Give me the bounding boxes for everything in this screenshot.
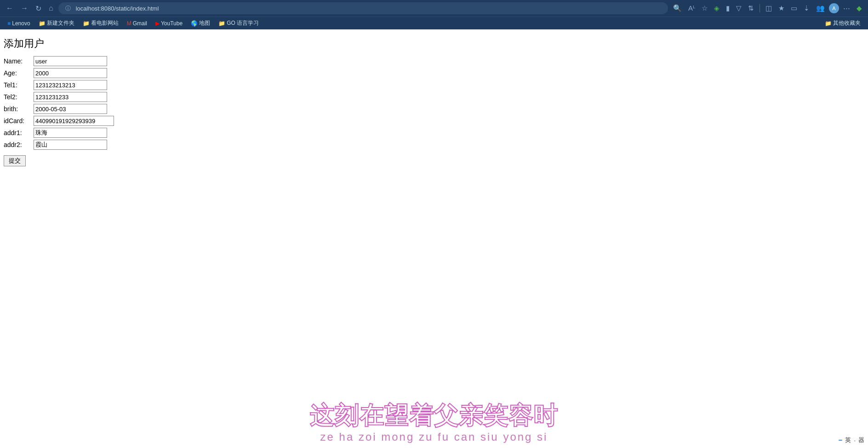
name-label: Name: (4, 57, 34, 65)
addr2-input[interactable] (34, 140, 107, 150)
menu2-icon[interactable]: ▽ (734, 3, 744, 14)
video-icon[interactable]: ▮ (724, 3, 732, 14)
form-row-tel1: Tel1: (4, 80, 864, 90)
form-row-submit: 提交 (4, 152, 864, 166)
bookmark-maps-label: 地图 (199, 19, 210, 27)
bookmark-go[interactable]: 📁 GO 语言学习 (215, 18, 263, 28)
bookmark-other-label: 其他收藏夹 (833, 19, 861, 27)
extension-icon[interactable]: ◆ (854, 3, 864, 14)
bookmark-new-folder[interactable]: 📁 新建文件夹 (35, 18, 78, 28)
form-row-tel2: Tel2: (4, 92, 864, 102)
age-input[interactable] (34, 68, 107, 78)
maps-icon: 🌎 (191, 20, 198, 27)
other-folder-icon: 📁 (825, 20, 832, 27)
youtube-icon: ▶ (155, 20, 160, 27)
bookmark-movie-label: 看电影网站 (91, 19, 119, 27)
back-button[interactable]: ← (4, 3, 16, 13)
bookmark-youtube-label: YouTube (161, 20, 183, 27)
page-content: 添加用户 Name: Age: Tel1: Tel2: brith: idCar… (0, 29, 868, 402)
browser-chrome: ← → ↻ ⌂ ⓘ localhost:8080/static/index.ht… (0, 0, 868, 29)
name-input[interactable] (34, 56, 107, 66)
tel2-input[interactable] (34, 92, 107, 102)
addr2-label: addr2: (4, 141, 34, 148)
bookmark-new-folder-label: 新建文件夹 (47, 19, 74, 27)
shield-icon[interactable]: ◈ (712, 3, 722, 14)
avatar-icon[interactable]: A (829, 3, 839, 13)
form-row-name: Name: (4, 56, 864, 66)
toolbar-icons: 🔍 Aᴸ ☆ ◈ ▮ ▽ ⇅ ◫ ★ ▭ ⇣ 👥 A ⋯ ◆ (671, 3, 864, 14)
bookmark-other[interactable]: 📁 其他收藏夹 (821, 18, 864, 28)
bookmark-lenovo-label: Lenovo (12, 20, 30, 27)
divider-1 (760, 4, 760, 12)
refresh-button[interactable]: ↻ (33, 3, 44, 14)
bookmark-gmail[interactable]: M Gmail (123, 19, 151, 28)
gmail-icon: M (127, 20, 131, 27)
bookmark-gmail-label: Gmail (133, 20, 147, 27)
form-row-brith: brith: (4, 104, 864, 114)
form-row-idcard: idCard: (4, 116, 864, 126)
sync-icon[interactable]: ⇅ (746, 3, 756, 14)
translate-icon[interactable]: Aᴸ (686, 3, 697, 14)
form-row-addr2: addr2: (4, 140, 864, 150)
zoom-icon[interactable]: 🔍 (671, 3, 684, 14)
address-bar[interactable]: ⓘ localhost:8080/static/index.html (58, 2, 668, 14)
brith-label: brith: (4, 105, 34, 113)
idcard-input[interactable] (34, 116, 114, 126)
addr1-input[interactable] (34, 128, 107, 138)
idcard-label: idCard: (4, 117, 34, 125)
browser-toolbar: ← → ↻ ⌂ ⓘ localhost:8080/static/index.ht… (0, 0, 868, 17)
movie-icon: 📁 (83, 20, 90, 27)
bookmark-go-label: GO 语言学习 (227, 19, 259, 27)
form-row-addr1: addr1: (4, 128, 864, 138)
tel1-label: Tel1: (4, 81, 34, 89)
page-title: 添加用户 (4, 37, 864, 51)
home-button[interactable]: ⌂ (46, 3, 56, 13)
forward-button[interactable]: → (18, 3, 30, 13)
bookmark-maps[interactable]: 🌎 地图 (187, 18, 214, 28)
bookmark-movie[interactable]: 📁 看电影网站 (79, 18, 122, 28)
brith-input[interactable] (34, 104, 107, 114)
info-icon: ⓘ (63, 3, 73, 14)
addr1-label: addr1: (4, 129, 34, 136)
star-icon[interactable]: ☆ (699, 3, 710, 14)
go-folder-icon: 📁 (218, 20, 225, 27)
split-icon[interactable]: ◫ (763, 3, 774, 14)
people-icon[interactable]: 👥 (814, 3, 827, 14)
more-icon[interactable]: ⋯ (841, 3, 852, 14)
bookmark-lenovo[interactable]: ■ Lenovo (4, 19, 34, 28)
download-icon[interactable]: ⇣ (801, 3, 812, 14)
bookmarks-bar: ■ Lenovo 📁 新建文件夹 📁 看电影网站 M Gmail ▶ YouTu… (0, 17, 868, 29)
submit-button[interactable]: 提交 (4, 155, 26, 166)
pin-icon[interactable]: ★ (776, 3, 787, 14)
collection-icon[interactable]: ▭ (788, 3, 799, 14)
url-text: localhost:8080/static/index.html (76, 5, 663, 12)
tel2-label: Tel2: (4, 93, 34, 101)
age-label: Age: (4, 69, 34, 77)
form-row-age: Age: (4, 68, 864, 78)
folder-icon-1: 📁 (39, 20, 46, 27)
tel1-input[interactable] (34, 80, 107, 90)
lenovo-icon: ■ (7, 20, 11, 27)
bookmark-youtube[interactable]: ▶ YouTube (152, 19, 186, 28)
